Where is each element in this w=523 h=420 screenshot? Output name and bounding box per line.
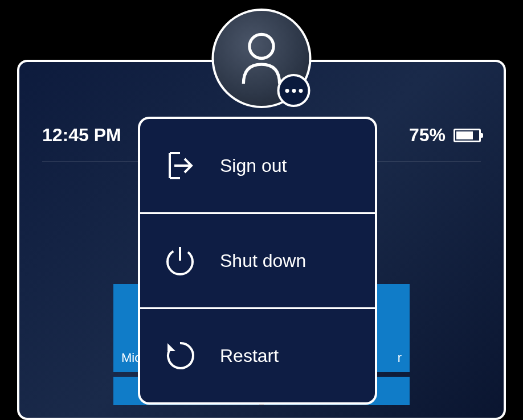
- dot-icon: [299, 89, 303, 93]
- power-icon: [163, 244, 197, 278]
- avatar-circle: [212, 9, 312, 108]
- battery-percent: 75%: [409, 125, 446, 146]
- sign-out-label: Sign out: [220, 155, 287, 176]
- tile-label: r: [398, 351, 402, 365]
- shut-down-label: Shut down: [220, 250, 306, 271]
- dot-icon: [292, 89, 296, 93]
- clock-time: 12:45 PM: [42, 125, 121, 146]
- restart-label: Restart: [220, 345, 279, 367]
- sign-out-icon: [163, 149, 197, 183]
- svg-point-0: [250, 34, 273, 58]
- restart-icon: [163, 339, 197, 373]
- battery-status: 75%: [409, 125, 481, 146]
- person-icon: [238, 31, 286, 85]
- more-options-button[interactable]: [277, 74, 310, 107]
- battery-icon: [453, 129, 481, 142]
- dot-icon: [285, 89, 289, 93]
- restart-button[interactable]: Restart: [140, 309, 375, 402]
- user-avatar[interactable]: [212, 9, 312, 108]
- power-menu: Sign out Shut down Restart: [138, 117, 377, 405]
- sign-out-button[interactable]: Sign out: [140, 119, 375, 214]
- shut-down-button[interactable]: Shut down: [140, 214, 375, 309]
